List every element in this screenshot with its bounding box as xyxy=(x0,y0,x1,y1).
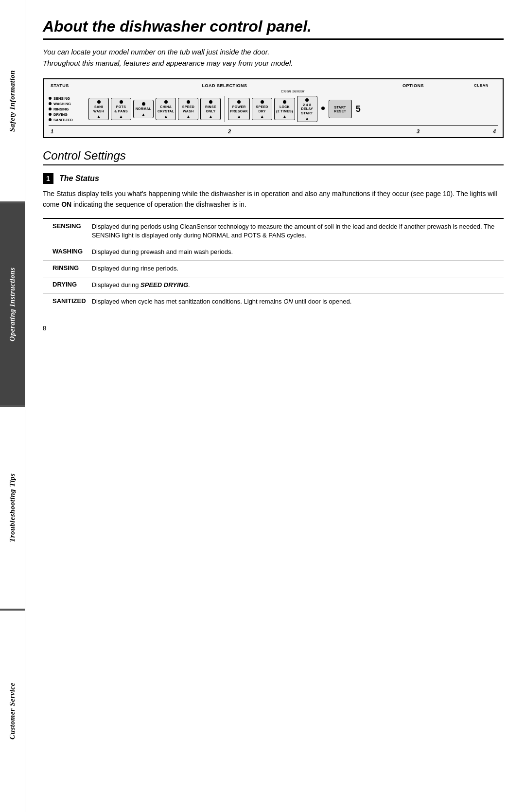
panel-num-3: 3 xyxy=(369,128,467,134)
panel-options-header: Options xyxy=(360,83,467,88)
panel-top-labels: Status Load Selections Options Clean xyxy=(49,83,498,88)
btn-dot-pots xyxy=(120,100,123,104)
page-title: About the dishwasher control panel. xyxy=(43,18,504,36)
panel-load-header: Load Selections xyxy=(89,83,360,88)
btn-pots-pans[interactable]: POTS& PANS ▲ xyxy=(111,98,131,120)
table-row-rinsing: Rinsing Displayed during rinse periods. xyxy=(43,261,504,277)
status-washing: Washing xyxy=(49,102,88,106)
options-separator xyxy=(224,96,225,122)
btn-dot-normal xyxy=(142,102,145,106)
panel-num-1: 1 xyxy=(51,128,89,134)
btn-delay-start[interactable]: 2 4 8DELAYSTART ▲ xyxy=(297,96,317,122)
sidebar-section-customer[interactable]: Customer Service xyxy=(0,611,25,812)
btn-dot-rinse xyxy=(209,100,212,104)
status-table: Sensing Displayed during periods using C… xyxy=(43,218,504,310)
btn-china-crystal[interactable]: CHINACRYSTAL ▲ xyxy=(156,98,176,120)
panel-footer: 1 2 3 4 xyxy=(49,125,498,134)
label-rinsing: Rinsing xyxy=(43,261,89,277)
status-dot-sensing xyxy=(49,97,52,100)
panel-status-area: Sensing Washing Rinsing Drying Sanitized xyxy=(49,94,88,124)
btn-dot-china xyxy=(164,100,168,104)
table-row-drying: Drying Displayed during SPEED DRYING. xyxy=(43,277,504,293)
table-row-washing: Washing Displayed during prewash and mai… xyxy=(43,244,504,261)
num-badge-1: 1 xyxy=(43,173,53,184)
status-dot-sanitized xyxy=(49,118,52,121)
subtitle-text: You can locate your model number on the … xyxy=(43,47,504,69)
label-washing: Washing xyxy=(43,244,89,261)
status-heading-row: 1 The Status xyxy=(43,173,504,184)
btn-speed-dry[interactable]: SPEEDDRY ▲ xyxy=(252,98,272,120)
status-label-washing: Washing xyxy=(53,102,71,106)
sidebar-section-operating[interactable]: Operating Instructions xyxy=(0,203,25,407)
clean-dot xyxy=(321,107,325,110)
sidebar-section-troubleshooting[interactable]: Troubleshooting Tips xyxy=(0,407,25,611)
btn-dot-lock xyxy=(283,100,286,104)
btn-sani-wash[interactable]: SANIWASH ▲ xyxy=(88,98,109,120)
status-label-drying: Drying xyxy=(53,112,68,117)
panel-num-4: 4 xyxy=(467,128,496,134)
control-panel-diagram: Status Load Selections Options Clean Cle… xyxy=(43,78,504,138)
panel-number-5: 5 xyxy=(356,104,361,114)
panel-clean-area xyxy=(319,107,327,111)
status-rinsing: Rinsing xyxy=(49,107,88,111)
table-row-sensing: Sensing Displayed during periods using C… xyxy=(43,218,504,244)
btn-dot-sani xyxy=(97,100,101,104)
sidebar-section-safety[interactable]: Safety Information xyxy=(0,0,25,203)
page-title-rule xyxy=(43,38,504,40)
status-drying: Drying xyxy=(49,112,88,117)
desc-washing: Displayed during prewash and main wash p… xyxy=(89,244,504,261)
status-label-rinsing: Rinsing xyxy=(53,107,69,111)
label-sensing: Sensing xyxy=(43,218,89,244)
btn-dot-speed-dry xyxy=(261,100,264,104)
status-heading: The Status xyxy=(59,174,99,183)
status-label-sanitized: Sanitized xyxy=(53,118,73,122)
btn-rinse-only[interactable]: RINSEONLY ▲ xyxy=(200,98,221,120)
status-sanitized: Sanitized xyxy=(49,118,88,122)
btn-normal[interactable]: NORMAL ▲ xyxy=(133,100,154,118)
page-number: 8 xyxy=(43,325,504,332)
sidebar-label-operating: Operating Instructions xyxy=(8,267,17,341)
desc-drying: Displayed during SPEED DRYING. xyxy=(89,277,504,293)
status-body-text: The Status display tells you what's happ… xyxy=(43,189,504,210)
status-label-sensing: Sensing xyxy=(53,96,70,101)
label-drying: Drying xyxy=(43,277,89,293)
label-sanitized: Sanitized xyxy=(43,293,89,309)
btn-speed-wash[interactable]: SPEEDWASH ▲ xyxy=(178,98,198,120)
sidebar-label-safety: Safety Information xyxy=(8,70,17,132)
status-dot-drying xyxy=(49,113,52,116)
panel-body: Sensing Washing Rinsing Drying Sanitized xyxy=(49,94,498,124)
sidebar-label-customer: Customer Service xyxy=(8,683,17,740)
sidebar-label-troubleshooting: Troubleshooting Tips xyxy=(8,473,17,542)
section-title-control: Control Settings xyxy=(43,149,504,162)
btn-power-presoak[interactable]: POWERPRESOAK ▲ xyxy=(228,98,250,120)
btn-dot-power xyxy=(237,100,241,104)
desc-sanitized: Displayed when cycle has met sanitizatio… xyxy=(89,293,504,309)
status-dot-rinsing xyxy=(49,108,52,110)
panel-buttons-area: SANIWASH ▲ POTS& PANS ▲ NORMAL ▲ CHINACR… xyxy=(88,94,498,124)
section-rule xyxy=(43,164,504,165)
panel-clean-header: Clean xyxy=(467,83,496,88)
status-sensing: Sensing xyxy=(49,96,88,101)
desc-rinsing: Displayed during rinse periods. xyxy=(89,261,504,277)
panel-status-header: Status xyxy=(51,83,89,88)
btn-start-reset[interactable]: STARTRESET xyxy=(329,100,352,118)
btn-dot-delay xyxy=(305,98,309,102)
table-row-sanitized: Sanitized Displayed when cycle has met s… xyxy=(43,293,504,309)
sidebar: Safety Information Operating Instruction… xyxy=(0,0,25,812)
panel-num-2: 2 xyxy=(89,128,369,134)
status-dot-washing xyxy=(49,102,52,105)
main-content: About the dishwasher control panel. You … xyxy=(25,0,525,812)
btn-dot-speed-wash xyxy=(187,100,190,104)
btn-lock[interactable]: LOCK(2 TIMES) ▲ xyxy=(274,98,295,120)
desc-sensing: Displayed during periods using CleanSens… xyxy=(89,218,504,244)
panel-cleansensor-label: Clean Sensor xyxy=(88,89,498,93)
